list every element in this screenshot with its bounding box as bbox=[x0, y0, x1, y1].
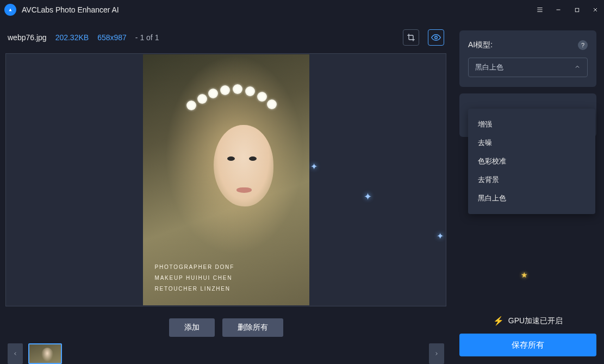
maximize-button[interactable] bbox=[572, 5, 581, 14]
model-option-remove-bg[interactable]: 去背景 bbox=[468, 171, 595, 189]
file-size: 202.32KB bbox=[55, 33, 89, 42]
ai-model-dropdown: 增强 去噪 色彩校准 去背景 黑白上色 bbox=[468, 109, 595, 214]
credit-makeup: Makeup Huihui Chen bbox=[155, 273, 235, 284]
gpu-status: GPU加速已开启 bbox=[508, 316, 563, 326]
file-counter: - 1 of 1 bbox=[135, 33, 159, 42]
thumb-next-button[interactable] bbox=[429, 343, 444, 364]
menu-icon[interactable] bbox=[535, 5, 544, 14]
model-option-color-calibrate[interactable]: 色彩校准 bbox=[468, 152, 595, 171]
svg-point-1 bbox=[435, 36, 438, 39]
save-all-button[interactable]: 保存所有 bbox=[459, 334, 596, 356]
close-button[interactable] bbox=[591, 5, 600, 14]
star-icon: ★ bbox=[521, 271, 528, 279]
image-preview: Photographer Donf Makeup Huihui Chen Ret… bbox=[5, 53, 446, 306]
sparkle-icon: ✦ bbox=[310, 161, 317, 172]
ai-model-card: AI模型: ? 黑白上色 bbox=[459, 30, 596, 87]
photo-content: Photographer Donf Makeup Huihui Chen Ret… bbox=[143, 54, 309, 305]
thumb-prev-button[interactable] bbox=[8, 343, 23, 364]
chevron-up-icon bbox=[574, 64, 581, 72]
help-icon[interactable]: ? bbox=[578, 40, 588, 50]
ai-model-label: AI模型: bbox=[468, 40, 578, 50]
ai-model-select[interactable]: 黑白上色 bbox=[468, 58, 588, 77]
app-title: AVCLabs Photo Enhancer AI bbox=[22, 5, 535, 14]
file-info-bar: webp76.jpg 202.32KB 658x987 - 1 of 1 bbox=[5, 25, 446, 53]
remove-all-button[interactable]: 删除所有 bbox=[222, 318, 283, 337]
model-option-colorize[interactable]: 黑白上色 bbox=[468, 189, 595, 208]
file-name: webp76.jpg bbox=[8, 33, 47, 42]
sparkle-icon: ✦ bbox=[364, 191, 372, 203]
ai-model-selected: 黑白上色 bbox=[475, 62, 503, 72]
crop-button[interactable] bbox=[403, 29, 419, 46]
model-option-denoise[interactable]: 去噪 bbox=[468, 134, 595, 152]
add-button[interactable]: 添加 bbox=[169, 318, 215, 337]
sparkle-icon: ✦ bbox=[437, 231, 444, 241]
thumbnail-item[interactable] bbox=[28, 343, 62, 364]
titlebar: AVCLabs Photo Enhancer AI bbox=[0, 0, 604, 20]
credit-retoucher: Retoucher Linzhen bbox=[155, 284, 235, 294]
model-option-enhance[interactable]: 增强 bbox=[468, 115, 595, 134]
preview-toggle-button[interactable] bbox=[428, 29, 444, 46]
credit-photographer: Photographer Donf bbox=[155, 262, 235, 273]
svg-rect-0 bbox=[575, 8, 578, 11]
minimize-button[interactable] bbox=[554, 5, 563, 14]
bolt-icon: ⚡ bbox=[493, 316, 504, 326]
app-logo bbox=[4, 4, 16, 16]
file-dimensions: 658x987 bbox=[97, 33, 127, 42]
